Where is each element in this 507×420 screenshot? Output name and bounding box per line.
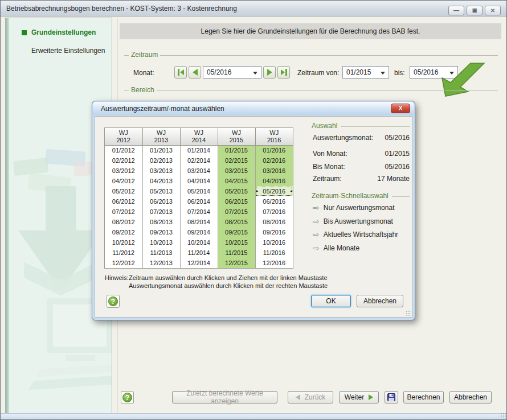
show-last-values-button[interactable]: Zuletzt berechnete Werte anzeigen [172,391,277,403]
month-cell[interactable]: 06/2013 [142,196,180,207]
month-cell[interactable]: 12/2013 [142,258,180,268]
dialog-ok-button[interactable]: OK [311,295,351,307]
next-button[interactable]: Weiter [339,391,379,403]
month-cell[interactable]: 01/2016 [255,145,293,155]
info-banner: Legen Sie hier die Grundeinstellungen fü… [120,23,501,39]
month-cell[interactable]: 07/2015 [218,207,255,217]
month-cell[interactable]: 08/2013 [142,217,180,227]
monat-combobox[interactable]: 05/2016 [203,66,261,79]
month-cell[interactable]: 04/2015 [218,176,255,186]
month-cell[interactable]: 02/2012 [105,155,142,166]
month-cell[interactable]: 09/2014 [180,227,218,237]
month-cell[interactable]: 05/2016▸◂ [255,186,293,196]
month-cell[interactable]: 01/2012 [105,145,142,155]
dialog-cancel-button[interactable]: Abbrechen [357,295,403,307]
sidebar-item-erweiterte-einstellungen[interactable]: Erweiterte Einstellungen [22,47,112,55]
month-cell[interactable]: 05/2012 [105,186,142,196]
month-cell[interactable]: 08/2015 [218,217,255,227]
year-column-header[interactable]: WJ2015 [218,128,255,145]
month-cell[interactable]: 11/2016 [255,248,293,258]
month-cell[interactable]: 06/2016 [255,196,293,207]
table-row: 09/201209/201309/201409/201509/2016 [105,227,293,237]
month-cell[interactable]: 04/2016 [255,176,293,186]
month-cell[interactable]: 04/2014 [180,176,218,186]
month-cell[interactable]: 06/2014 [180,196,218,207]
month-cell[interactable]: 02/2016 [255,155,293,166]
month-cell[interactable]: 11/2013 [142,248,180,258]
first-month-button[interactable] [174,66,187,79]
month-cell[interactable]: 04/2013 [142,176,180,186]
month-cell[interactable]: 08/2014 [180,217,218,227]
window-resize-grip[interactable] [500,413,506,418]
quick-select-nur-auswertungsmonat[interactable]: ⇨Nur Auswertungsmonat [313,204,394,212]
close-button[interactable]: ✕ [485,6,501,15]
year-column-header[interactable]: WJ2013 [142,128,180,145]
year-column-header[interactable]: WJ2014 [180,128,218,145]
month-cell[interactable]: 03/2014 [180,166,218,176]
month-cell[interactable]: 11/2014 [180,248,218,258]
month-cell[interactable]: 10/2015 [218,237,255,248]
restore-button[interactable]: ▣ [467,6,483,15]
year-column-header[interactable]: WJ2012 [105,128,142,145]
cancel-button[interactable]: Abbrechen [449,391,492,403]
calculate-button[interactable]: Berechnen [403,391,444,403]
minimize-button[interactable]: — [448,6,464,15]
month-cell[interactable]: 05/2014 [180,186,218,196]
sidebar-item-grundeinstellungen[interactable]: Grundeinstellungen [22,28,112,36]
month-cell[interactable]: 02/2014 [180,155,218,166]
month-cell[interactable]: 09/2016 [255,227,293,237]
month-cell[interactable]: 12/2016 [255,258,293,268]
month-cell[interactable]: 10/2012 [105,237,142,248]
next-month-button[interactable] [263,66,276,79]
zeitraum-von-combobox[interactable]: 01/2015 [342,66,389,79]
dialog-close-button[interactable]: X [391,104,410,113]
window-titlebar[interactable]: Betriebsabrechnungsbogen berechnen - KOS… [1,1,506,17]
help-button[interactable]: ? [121,391,134,404]
month-cell[interactable]: 10/2014 [180,237,218,248]
quick-select-alle-monate[interactable]: ⇨Alle Monate [313,244,359,252]
month-cell[interactable]: 01/2013 [142,145,180,155]
month-cell[interactable]: 03/2015 [218,166,255,176]
month-cell[interactable]: 05/2015 [218,186,255,196]
month-cell[interactable]: 07/2016 [255,207,293,217]
month-cell[interactable]: 04/2012 [105,176,142,186]
last-month-button[interactable] [277,66,290,79]
month-cell[interactable]: 09/2012 [105,227,142,237]
zeitraum-bis-combobox[interactable]: 05/2016 [410,66,458,79]
month-cell[interactable]: 09/2013 [142,227,180,237]
year-column-header[interactable]: WJ2016 [255,128,293,145]
month-cell[interactable]: 11/2015 [218,248,255,258]
back-button[interactable]: Zurück [288,391,333,403]
month-cell[interactable]: 01/2014 [180,145,218,155]
month-cell[interactable]: 09/2015 [218,227,255,237]
dialog-titlebar[interactable]: Auswertungszeitraum/-monat auswählen [93,102,414,116]
month-cell[interactable]: 07/2013 [142,207,180,217]
quick-select-aktuelles-wirtschaftsjahr[interactable]: ⇨Aktuelles Wirtschaftsjahr [313,230,398,238]
auswahl-row-label: Bis Monat: [313,163,345,171]
month-cell[interactable]: 10/2016 [255,237,293,248]
month-cell[interactable]: 11/2012 [105,248,142,258]
app-window: { "window": { "title": "Betriebsabrechnu… [0,0,507,420]
dialog-help-button[interactable]: ? [107,295,120,308]
month-cell[interactable]: 12/2012 [105,258,142,268]
month-cell[interactable]: 03/2012 [105,166,142,176]
quick-select-bis-auswertungsmonat[interactable]: ⇨Bis Auswertungsmonat [313,217,393,225]
month-cell[interactable]: 05/2013 [142,186,180,196]
dialog-resize-grip[interactable] [406,310,411,316]
month-cell[interactable]: 07/2014 [180,207,218,217]
month-cell[interactable]: 12/2015 [218,258,255,268]
month-cell[interactable]: 03/2016 [255,166,293,176]
month-cell[interactable]: 02/2015 [218,155,255,166]
month-cell[interactable]: 06/2015 [218,196,255,207]
month-cell[interactable]: 03/2013 [142,166,180,176]
save-button[interactable] [385,391,398,403]
month-cell[interactable]: 01/2015 [218,145,255,155]
month-cell[interactable]: 08/2012 [105,217,142,227]
month-cell[interactable]: 10/2013 [142,237,180,248]
month-cell[interactable]: 02/2013 [142,155,180,166]
month-cell[interactable]: 07/2012 [105,207,142,217]
month-cell[interactable]: 12/2014 [180,258,218,268]
previous-month-button[interactable] [189,66,201,79]
month-cell[interactable]: 08/2016 [255,217,293,227]
month-cell[interactable]: 06/2012 [105,196,142,207]
